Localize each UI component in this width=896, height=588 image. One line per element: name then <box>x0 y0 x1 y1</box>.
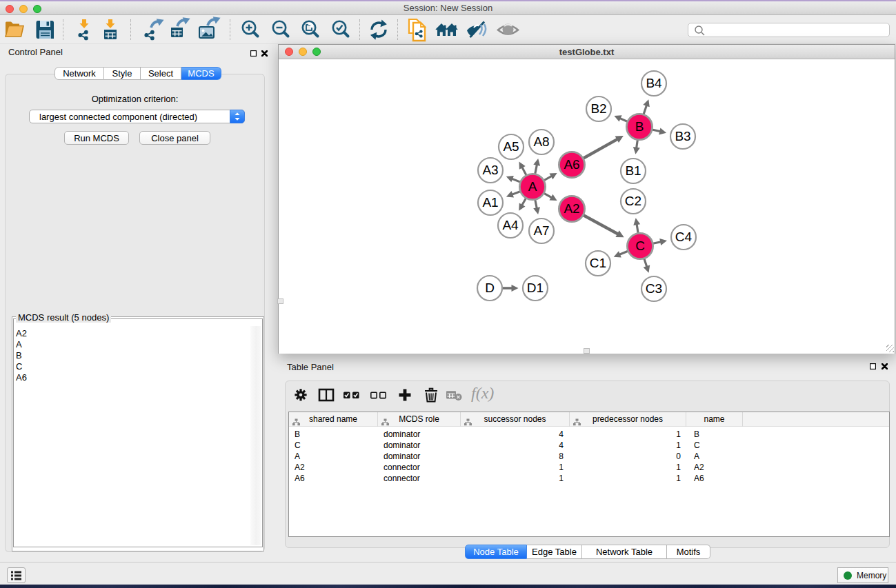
svg-text:A: A <box>528 179 537 194</box>
svg-text:C4: C4 <box>675 230 693 244</box>
svg-text:A3: A3 <box>482 163 498 177</box>
svg-text:A8: A8 <box>533 134 549 149</box>
svg-text:D: D <box>485 281 495 295</box>
svg-text:A1: A1 <box>482 195 498 210</box>
svg-text:B1: B1 <box>625 163 641 178</box>
svg-text:B3: B3 <box>675 129 690 143</box>
svg-text:A2: A2 <box>564 201 579 216</box>
svg-text:C2: C2 <box>625 194 641 208</box>
svg-text:D1: D1 <box>527 281 544 295</box>
svg-text:A4: A4 <box>502 218 519 232</box>
svg-text:B4: B4 <box>646 76 662 90</box>
svg-text:A5: A5 <box>503 139 519 154</box>
svg-text:A7: A7 <box>533 223 549 238</box>
svg-text:C: C <box>635 239 645 253</box>
svg-text:C3: C3 <box>646 281 662 296</box>
svg-text:A6: A6 <box>564 157 579 172</box>
svg-text:B: B <box>635 119 644 134</box>
svg-text:C1: C1 <box>590 256 606 270</box>
svg-text:B2: B2 <box>590 101 606 116</box>
